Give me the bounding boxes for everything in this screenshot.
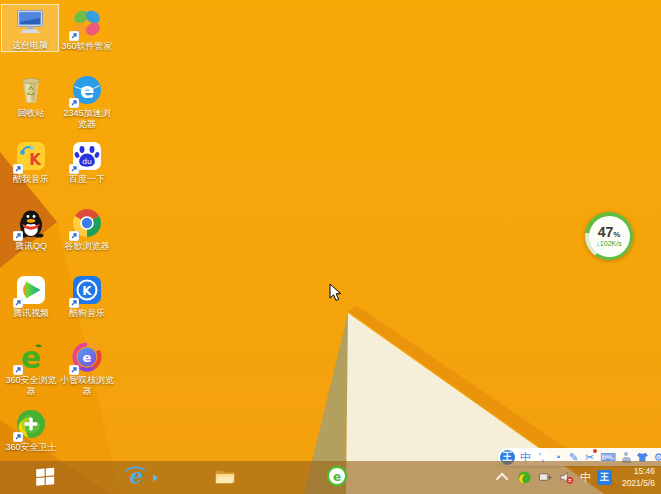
baidu-icon: du (70, 139, 104, 173)
qq-icon (14, 206, 48, 240)
recycle-icon (14, 73, 48, 107)
wubi-ime-tray-icon[interactable]: 王 (597, 470, 612, 485)
memory-percent: 47% (598, 225, 621, 239)
se360-icon: e (14, 340, 48, 374)
icon-label: 360安全浏览器 (3, 375, 59, 397)
system-tray: 中 王 15:46 2021/5/6 (496, 461, 659, 494)
svg-text:e: e (80, 79, 94, 103)
taskbar: e e (0, 461, 661, 494)
icon-label: 360软件管家 (59, 41, 115, 52)
svg-text:K: K (29, 151, 42, 169)
icon-label: 腾讯QQ (3, 241, 59, 252)
folder-icon (213, 464, 237, 492)
shortcut-arrow-icon (69, 365, 79, 375)
volume-muted-icon[interactable] (559, 470, 574, 485)
icon-label: 酷狗音乐 (59, 308, 115, 319)
desktop-icon-baidu[interactable]: du百度一下 (59, 139, 115, 185)
shortcut-arrow-icon (69, 298, 79, 308)
start-button[interactable] (30, 465, 60, 491)
clock-time: 15:46 (622, 466, 655, 477)
desktop-icon-kuwo[interactable]: K酷我音乐 (3, 139, 59, 185)
shortcut-arrow-icon (69, 231, 79, 241)
shortcut-arrow-icon (69, 164, 79, 174)
desktop-icon-qq[interactable]: 腾讯QQ (3, 206, 59, 252)
tv-icon (14, 273, 48, 307)
shortcut-arrow-icon (69, 31, 79, 41)
desktop-icon-tv[interactable]: 腾讯视频 (3, 273, 59, 319)
download-speed: ↓102K/s (596, 240, 621, 247)
svg-text:K: K (82, 284, 92, 298)
icon-label: 这台电脑 (2, 40, 58, 51)
windows-logo-icon (33, 464, 57, 492)
ie-flyout-arrow-icon (153, 474, 158, 482)
thispc-icon (13, 5, 47, 39)
desktop-icon-kugou[interactable]: K酷狗音乐 (59, 273, 115, 319)
kuwo-icon: K (14, 139, 48, 173)
speed-ball-widget[interactable]: 47% ↓102K/s (585, 212, 633, 260)
network-status-icon[interactable] (538, 470, 553, 485)
internet-explorer-icon: e (123, 464, 147, 492)
e2345-icon: e (70, 73, 104, 107)
shortcut-arrow-icon (13, 365, 23, 375)
xiaozhi-icon: e (70, 340, 104, 374)
icon-label: 谷歌浏览器 (59, 241, 115, 252)
360-browser-icon: e (325, 464, 349, 492)
desktop-icon-se360[interactable]: e360安全浏览器 (3, 340, 59, 397)
icon-label: 酷我音乐 (3, 174, 59, 185)
icon-label: 百度一下 (59, 174, 115, 185)
sw360-icon (70, 6, 104, 40)
tray-360-safety-icon[interactable] (517, 470, 532, 485)
icon-label: 2345加速浏览器 (59, 108, 115, 130)
icon-label: 小智双核浏览器 (59, 375, 115, 397)
icon-label: 腾讯视频 (3, 308, 59, 319)
desktop-icon-e2345[interactable]: e2345加速浏览器 (59, 73, 115, 130)
desktop-icon-recycle[interactable]: 回收站 (3, 73, 59, 119)
icon-label: 360安全卫士 (3, 442, 59, 453)
shortcut-arrow-icon (13, 298, 23, 308)
input-language-indicator[interactable]: 中 (580, 472, 591, 483)
svg-text:e: e (333, 470, 341, 484)
taskbar-clock[interactable]: 15:46 2021/5/6 (622, 466, 655, 489)
chevron-up-icon (496, 473, 509, 486)
icon-label: 回收站 (3, 108, 59, 119)
shortcut-arrow-icon (13, 231, 23, 241)
clock-date: 2021/5/6 (622, 478, 655, 489)
show-hidden-icons-button[interactable] (496, 470, 511, 485)
mouse-cursor (329, 283, 342, 302)
chrome-icon (70, 206, 104, 240)
shortcut-arrow-icon (13, 164, 23, 174)
shortcut-arrow-icon (69, 98, 79, 108)
shortcut-arrow-icon (13, 432, 23, 442)
speed-ball-inner: 47% ↓102K/s (589, 216, 630, 257)
desktop-icon-thispc[interactable]: 这台电脑 (1, 4, 59, 52)
desktop-icon-xiaozhi[interactable]: e小智双核浏览器 (59, 340, 115, 397)
internet-explorer-button[interactable]: e (120, 465, 150, 491)
desktop-icon-sw360[interactable]: 360软件管家 (59, 6, 115, 52)
file-explorer-button[interactable] (210, 465, 240, 491)
desktop: 这台电脑360软件管家回收站e2345加速浏览器K酷我音乐du百度一下腾讯QQ谷… (0, 0, 661, 494)
svg-text:du: du (82, 157, 92, 166)
360-browser-button[interactable]: e (322, 465, 352, 491)
ws360-icon (14, 407, 48, 441)
svg-text:e: e (83, 350, 92, 365)
desktop-icon-ws360[interactable]: 360安全卫士 (3, 407, 59, 453)
desktop-icon-chrome[interactable]: 谷歌浏览器 (59, 206, 115, 252)
kugou-icon: K (70, 273, 104, 307)
